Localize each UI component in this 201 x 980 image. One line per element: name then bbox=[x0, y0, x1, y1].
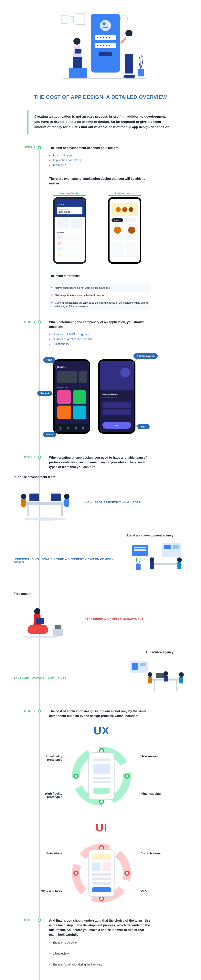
step-marker-icon bbox=[38, 710, 41, 713]
svg-rect-99 bbox=[172, 545, 179, 549]
ui-anim: Animations bbox=[33, 852, 62, 855]
team-title: Outsource agency bbox=[49, 651, 174, 654]
svg-point-103 bbox=[177, 557, 182, 562]
svg-rect-37 bbox=[71, 218, 83, 229]
step-marker-icon bbox=[38, 919, 41, 922]
ann-menu: Menu bbox=[43, 432, 56, 437]
step-4: STEP 4 The cost of application design is… bbox=[39, 709, 189, 908]
svg-rect-84 bbox=[26, 502, 65, 505]
svg-point-20 bbox=[73, 38, 80, 45]
ann-fav: Add to favorite bbox=[134, 353, 158, 359]
svg-rect-28 bbox=[138, 68, 144, 76]
native-design-col: Native design Burgers bbox=[108, 192, 141, 264]
diff-item: Native applications do not work across p… bbox=[49, 284, 151, 292]
ux-label: UX bbox=[14, 724, 189, 737]
svg-point-73 bbox=[75, 427, 77, 429]
team-freelancers: Freelancers EASY HIRING = DIFFICULT MANA… bbox=[14, 592, 189, 639]
svg-point-10 bbox=[103, 37, 104, 38]
svg-rect-92 bbox=[64, 499, 69, 507]
step-marker-icon bbox=[38, 320, 41, 323]
svg-point-139 bbox=[74, 871, 78, 875]
bullet-item: Team type bbox=[49, 163, 189, 167]
step-text: When determining the complexity of an ap… bbox=[49, 320, 151, 329]
svg-rect-36 bbox=[57, 218, 69, 229]
step-2: STEP 2 When determining the complexity o… bbox=[39, 320, 189, 445]
diff-list: Native applications do not work across p… bbox=[49, 284, 151, 310]
ui-kit: UI Kit bbox=[141, 889, 170, 892]
svg-rect-21 bbox=[73, 57, 82, 68]
ring-phone bbox=[87, 751, 116, 802]
svg-text:Burgers: Burgers bbox=[114, 220, 119, 221]
svg-rect-105 bbox=[136, 564, 140, 570]
svg-point-40 bbox=[58, 236, 61, 239]
svg-point-119 bbox=[163, 671, 168, 676]
svg-rect-25 bbox=[125, 54, 133, 73]
phone-meditation: Deep Meditation Turn down the stress vol… bbox=[98, 359, 136, 434]
svg-point-49 bbox=[116, 207, 121, 212]
svg-point-8 bbox=[97, 37, 98, 38]
svg-rect-108 bbox=[53, 629, 63, 636]
svg-rect-116 bbox=[176, 681, 177, 691]
svg-rect-1 bbox=[70, 17, 73, 22]
svg-rect-98 bbox=[164, 545, 171, 549]
svg-text:Hi, Amanda!: Hi, Amanda! bbox=[57, 204, 64, 205]
svg-text:$124 543.00: $124 543.00 bbox=[59, 211, 70, 213]
step-3: STEP 3 When creating an app design, you … bbox=[39, 455, 189, 697]
svg-rect-118 bbox=[148, 676, 152, 684]
svg-point-117 bbox=[148, 672, 152, 677]
page-title: THE COST OF APP DESIGN: A DETAILED OVERV… bbox=[0, 94, 201, 100]
svg-rect-107 bbox=[36, 618, 44, 624]
final-item: Client reviews bbox=[49, 952, 189, 955]
step-marker-icon bbox=[38, 456, 41, 459]
svg-rect-59 bbox=[112, 242, 124, 258]
ui-color: Color Scheme bbox=[141, 852, 170, 855]
svg-point-71 bbox=[59, 427, 61, 429]
team-outsource: Outsource agency EXCELLENT QUALITY = LOW… bbox=[49, 651, 189, 697]
svg-point-3 bbox=[121, 15, 128, 22]
svg-rect-23 bbox=[75, 49, 81, 54]
svg-rect-2 bbox=[76, 14, 85, 24]
team-inhouse: In-house development team bbox=[14, 475, 189, 522]
step-label: STEP 3 bbox=[14, 455, 35, 459]
svg-point-6 bbox=[102, 22, 105, 25]
team-local: Local app development agency UNDERSTANDI… bbox=[49, 534, 189, 581]
ui-label: UI bbox=[14, 821, 189, 834]
ux-mindmap: Mind mapping bbox=[141, 792, 170, 795]
timeline: STEP 1 The cost of development depends o… bbox=[39, 146, 201, 980]
svg-rect-131 bbox=[93, 764, 110, 774]
bullet-item: Type of design bbox=[49, 153, 189, 157]
svg-point-101 bbox=[150, 557, 154, 562]
svg-rect-80 bbox=[102, 402, 131, 408]
team-title: Local app development agency bbox=[49, 534, 174, 537]
ux-lowfi: Low-fidelity prototypes bbox=[33, 755, 62, 761]
phone-comparison: Custom Design Hi, Amanda! Your total bal… bbox=[53, 192, 189, 264]
svg-point-126 bbox=[125, 774, 129, 778]
svg-rect-95 bbox=[134, 547, 147, 548]
ui-diagram: UI Animations Icons and Logo Color Schem… bbox=[14, 821, 189, 908]
phone-discover: Discover Recommended bbox=[53, 359, 90, 434]
final-item: The team's behavior during the interview bbox=[49, 963, 189, 966]
svg-rect-87 bbox=[29, 493, 39, 501]
svg-text:Start: Start bbox=[115, 425, 118, 426]
phone-label: Custom Design bbox=[53, 192, 86, 196]
svg-point-58 bbox=[128, 227, 135, 234]
svg-point-121 bbox=[179, 672, 184, 677]
ann-start: Start bbox=[137, 424, 150, 429]
team-caption: EASY HIRING = DIFFICULT MANAGEMENT bbox=[85, 617, 189, 621]
step-1: STEP 1 The cost of development depends o… bbox=[39, 146, 189, 310]
step-text: And finally, you should understand that … bbox=[49, 918, 151, 937]
svg-rect-145 bbox=[92, 878, 111, 880]
svg-point-46 bbox=[58, 253, 61, 256]
svg-point-11 bbox=[105, 37, 107, 38]
svg-rect-142 bbox=[92, 862, 100, 871]
step-label: STEP 4 bbox=[14, 709, 35, 712]
svg-rect-115 bbox=[154, 681, 155, 691]
svg-rect-123 bbox=[156, 673, 164, 678]
svg-rect-144 bbox=[92, 873, 111, 876]
svg-point-24 bbox=[125, 30, 132, 37]
svg-rect-122 bbox=[179, 676, 183, 684]
svg-point-16 bbox=[103, 45, 104, 46]
svg-rect-54 bbox=[125, 218, 137, 222]
svg-rect-66 bbox=[57, 390, 71, 404]
step-6: STEP 6 And finally, you should understan… bbox=[39, 918, 189, 980]
